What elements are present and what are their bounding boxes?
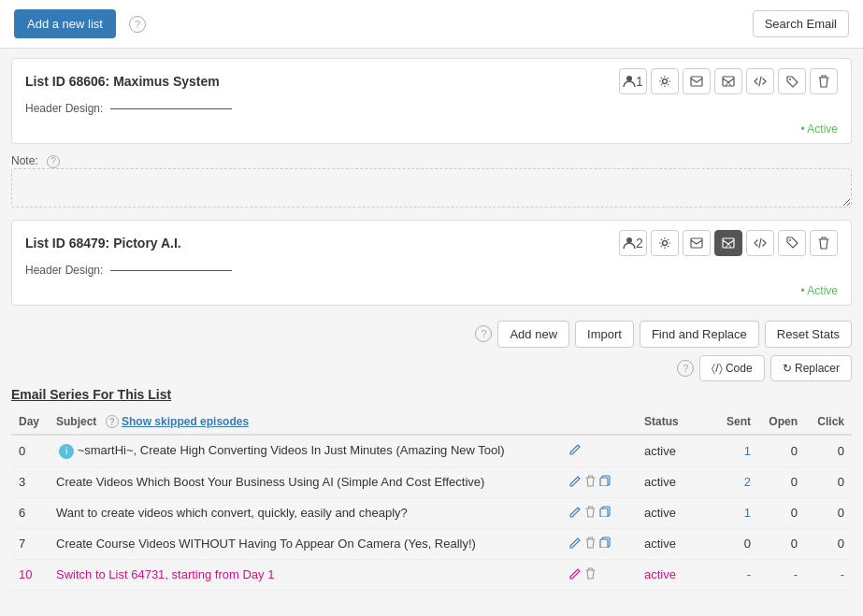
email-icon-0[interactable] — [683, 68, 711, 94]
note-label: Note: ? — [11, 154, 60, 167]
subject-help-icon[interactable]: ? — [106, 415, 119, 428]
row-3-click: 0 — [805, 528, 852, 559]
table-row: 6Want to create videos which convert, qu… — [11, 497, 852, 528]
row-1-sent-link[interactable]: 2 — [744, 475, 751, 489]
row-3-open: 0 — [758, 528, 805, 559]
row-1-status: active — [637, 466, 712, 497]
svg-rect-10 — [600, 478, 608, 486]
row-2-sent[interactable]: 1 — [712, 497, 758, 528]
email-icon-1[interactable] — [683, 230, 711, 256]
row-4-delete-icon[interactable] — [585, 567, 596, 582]
row-1-actions — [562, 466, 637, 497]
row-1-edit-icon[interactable] — [569, 475, 582, 490]
col-header-open: Open — [758, 409, 805, 436]
gear-icon-1[interactable] — [651, 230, 679, 256]
add-new-list-button[interactable]: Add a new list — [14, 9, 116, 38]
person-icon-1[interactable]: 2 — [619, 230, 647, 256]
tag-icon-1[interactable] — [778, 230, 806, 256]
code-icon-1[interactable] — [746, 230, 774, 256]
show-skipped-link[interactable]: Show skipped episodes — [122, 415, 249, 428]
list-actions-0: 1 — [619, 68, 838, 94]
col-header-day: Day — [11, 409, 49, 436]
row-2-actions — [562, 497, 637, 528]
row-4-edit-icon[interactable] — [569, 567, 582, 582]
trash-icon-1[interactable] — [810, 230, 838, 256]
series-help-icon[interactable]: ? — [475, 325, 492, 342]
row-2-edit-icon[interactable] — [569, 506, 582, 521]
addNew-button[interactable]: Add new — [497, 321, 569, 348]
list-card-1: List ID 68479: Pictory A.I. 2Header Desi… — [11, 220, 852, 306]
svg-point-4 — [789, 79, 791, 80]
tag-icon-0[interactable] — [778, 68, 806, 94]
row-1-open: 0 — [758, 466, 805, 497]
row-3-edit-icon[interactable] — [569, 537, 582, 552]
table-row: 0i ~smartHi~, Create High Converting Vid… — [11, 435, 852, 466]
series-section-1: ?Add newImportFind and ReplaceReset Stat… — [11, 315, 852, 591]
col-header-actions — [562, 409, 637, 436]
person-icon-0[interactable]: 1 — [619, 68, 647, 94]
row-2-copy-icon[interactable] — [599, 506, 611, 520]
gear-icon-0[interactable] — [651, 68, 679, 94]
table-row: 7Create Course Videos WITHOUT Having To … — [11, 528, 852, 559]
findAndReplace-button[interactable]: Find and Replace — [640, 321, 759, 348]
row-2-delete-icon[interactable] — [585, 506, 596, 521]
row-3-copy-icon[interactable] — [599, 537, 611, 551]
list-header-0: List ID 68606: Maximus System 1 — [12, 59, 851, 100]
replacer-button[interactable]: ↻ Replacer — [770, 355, 852, 381]
row-4-sent: - — [712, 559, 758, 590]
note-input[interactable] — [11, 168, 852, 208]
series-toolbar-1: ?Add newImportFind and ReplaceReset Stat… — [11, 315, 852, 353]
svg-rect-3 — [723, 77, 734, 86]
row-3-status: active — [637, 528, 712, 559]
list-header-1: List ID 68479: Pictory A.I. 2 — [12, 221, 851, 262]
col-header-sent: Sent — [712, 409, 758, 436]
row-1-subject: Create Videos Which Boost Your Business … — [49, 466, 562, 497]
code-button[interactable]: 〈/〉 Code — [699, 355, 764, 381]
row-0-subject: i ~smartHi~, Create High Converting Vide… — [49, 435, 562, 466]
list-actions-1: 2 — [619, 230, 838, 256]
svg-point-5 — [626, 237, 632, 243]
row-4-click: - — [805, 559, 852, 590]
row-4-subject-link[interactable]: Switch to List 64731, starting from Day … — [56, 567, 274, 581]
series-title: Email Series For This List — [11, 387, 852, 402]
row-3-actions — [562, 528, 637, 559]
row-2-click: 0 — [805, 497, 852, 528]
note-area-0: Note: ? — [11, 153, 852, 210]
row-0-click: 0 — [805, 435, 852, 466]
import-button[interactable]: Import — [575, 321, 634, 348]
row-3-delete-icon[interactable] — [585, 537, 596, 552]
svg-rect-12 — [600, 539, 608, 548]
row-0-info-icon[interactable]: i — [59, 444, 74, 459]
search-email-button[interactable]: Search Email — [753, 10, 849, 37]
row-3-day: 7 — [11, 528, 49, 559]
svg-rect-11 — [600, 509, 608, 517]
active-badge-1: Active — [12, 284, 851, 305]
col-header-subject: Subject ? Show skipped episodes — [49, 409, 562, 436]
row-0-edit-icon[interactable] — [569, 443, 582, 458]
row-1-sent[interactable]: 2 — [712, 466, 758, 497]
svg-point-1 — [663, 79, 668, 84]
table-row: 3Create Videos Which Boost Your Business… — [11, 466, 852, 497]
series-help-icon-2[interactable]: ? — [677, 360, 694, 377]
active-badge-0: Active — [12, 122, 851, 143]
svg-rect-7 — [691, 238, 702, 248]
row-4-day: 10 — [11, 559, 49, 590]
row-0-status: active — [637, 435, 712, 466]
resetStats-button[interactable]: Reset Stats — [765, 321, 852, 348]
note-help-icon[interactable]: ? — [47, 155, 60, 168]
row-0-day: 0 — [11, 435, 49, 466]
row-0-sent-link[interactable]: 1 — [744, 444, 751, 458]
code-icon-0[interactable] — [746, 68, 774, 94]
row-1-delete-icon[interactable] — [585, 475, 596, 490]
row-0-sent[interactable]: 1 — [712, 435, 758, 466]
envelope-icon-1[interactable] — [714, 230, 742, 256]
row-2-sent-link[interactable]: 1 — [744, 506, 751, 520]
help-icon[interactable]: ? — [129, 16, 146, 33]
row-4-subject: Switch to List 64731, starting from Day … — [49, 559, 562, 590]
col-header-status: Status — [637, 409, 712, 436]
row-1-copy-icon[interactable] — [599, 475, 611, 489]
envelope-icon-0[interactable] — [714, 68, 742, 94]
trash-icon-0[interactable] — [810, 68, 838, 94]
row-1-click: 0 — [805, 466, 852, 497]
header-design-1: Header Design: — [12, 262, 851, 284]
